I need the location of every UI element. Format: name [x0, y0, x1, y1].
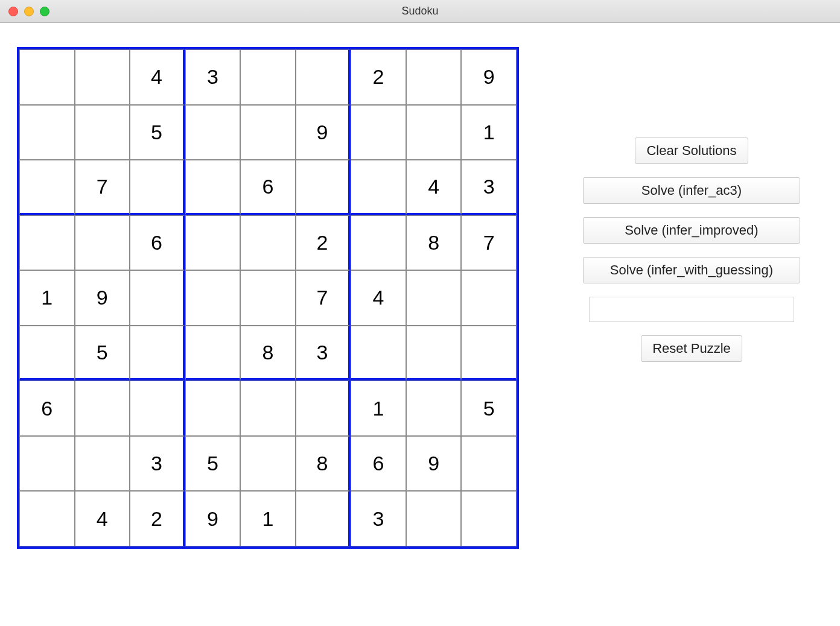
board-cell[interactable] [296, 160, 351, 215]
board-cell[interactable] [296, 491, 351, 546]
board-cell[interactable] [461, 491, 517, 546]
board-cell[interactable] [461, 270, 517, 326]
board-cell[interactable]: 2 [296, 215, 351, 271]
board-cell[interactable]: 6 [19, 381, 75, 436]
board-cell[interactable]: 8 [296, 436, 351, 492]
board-cell[interactable]: 2 [351, 49, 406, 105]
board-cell[interactable] [406, 326, 462, 381]
board-cell[interactable] [351, 105, 406, 160]
board-cell[interactable]: 5 [130, 105, 185, 160]
board-cell[interactable] [185, 326, 241, 381]
board-cell[interactable] [351, 326, 406, 381]
board-cell[interactable]: 3 [185, 49, 241, 105]
board-cell[interactable] [185, 270, 241, 326]
board-cell[interactable] [240, 381, 296, 436]
board-row: 591 [19, 105, 517, 160]
board-cell[interactable]: 9 [185, 491, 241, 546]
board-cell[interactable] [185, 105, 241, 160]
board-cell[interactable]: 3 [296, 326, 351, 381]
board-cell[interactable]: 7 [296, 270, 351, 326]
board-cell[interactable] [19, 491, 75, 546]
board-cell[interactable] [406, 381, 462, 436]
puzzle-input[interactable] [589, 297, 794, 322]
board-cell[interactable] [240, 436, 296, 492]
board-cell[interactable]: 8 [240, 326, 296, 381]
maximize-icon[interactable] [40, 7, 49, 16]
solve-ac3-button[interactable]: Solve (infer_ac3) [583, 177, 800, 204]
sudoku-board: 43295917643628719745836153586942913 [17, 47, 519, 549]
board-cell[interactable]: 4 [130, 49, 185, 105]
board-cell[interactable]: 9 [406, 436, 462, 492]
board-cell[interactable] [19, 49, 75, 105]
board-cell[interactable]: 4 [351, 270, 406, 326]
board-cell[interactable]: 6 [130, 215, 185, 271]
board-cell[interactable] [351, 160, 406, 215]
board-cell[interactable] [19, 105, 75, 160]
board-cell[interactable] [130, 270, 185, 326]
controls-sidebar: Clear Solutions Solve (infer_ac3) Solve … [519, 47, 828, 549]
board-cell[interactable] [75, 105, 130, 160]
board-cell[interactable] [75, 49, 130, 105]
board-cell[interactable]: 7 [75, 160, 130, 215]
board-cell[interactable] [461, 326, 517, 381]
board-row: 4329 [19, 49, 517, 105]
board-row: 7643 [19, 160, 517, 215]
close-icon[interactable] [8, 7, 18, 16]
board-cell[interactable] [406, 491, 462, 546]
board-cell[interactable]: 3 [461, 160, 517, 215]
board-cell[interactable]: 1 [351, 381, 406, 436]
board-cell[interactable] [19, 215, 75, 271]
board-cell[interactable]: 7 [461, 215, 517, 271]
board-row: 583 [19, 326, 517, 381]
board-cell[interactable] [130, 381, 185, 436]
board-row: 35869 [19, 436, 517, 492]
board-cell[interactable]: 4 [406, 160, 462, 215]
board-cell[interactable] [75, 215, 130, 271]
board-cell[interactable]: 5 [185, 436, 241, 492]
board-cell[interactable] [461, 436, 517, 492]
board-cell[interactable]: 2 [130, 491, 185, 546]
board-cell[interactable] [406, 49, 462, 105]
window-title: Sudoku [401, 5, 438, 17]
board-cell[interactable] [240, 215, 296, 271]
board-cell[interactable] [185, 215, 241, 271]
board-cell[interactable]: 9 [461, 49, 517, 105]
board-cell[interactable]: 5 [461, 381, 517, 436]
board-cell[interactable]: 8 [406, 215, 462, 271]
reset-puzzle-button[interactable]: Reset Puzzle [641, 335, 742, 362]
board-cell[interactable]: 3 [351, 491, 406, 546]
board-cell[interactable] [19, 436, 75, 492]
board-cell[interactable]: 5 [75, 326, 130, 381]
board-cell[interactable]: 3 [130, 436, 185, 492]
board-cell[interactable] [240, 105, 296, 160]
board-cell[interactable] [185, 381, 241, 436]
board-cell[interactable]: 1 [240, 491, 296, 546]
board-cell[interactable] [296, 49, 351, 105]
minimize-icon[interactable] [24, 7, 34, 16]
content-area: 43295917643628719745836153586942913 Clea… [0, 23, 840, 561]
board-cell[interactable]: 6 [240, 160, 296, 215]
board-cell[interactable]: 1 [19, 270, 75, 326]
board-cell[interactable] [406, 270, 462, 326]
board-cell[interactable] [130, 326, 185, 381]
board-cell[interactable]: 9 [75, 270, 130, 326]
board-cell[interactable] [75, 381, 130, 436]
board-cell[interactable] [185, 160, 241, 215]
board-cell[interactable]: 6 [351, 436, 406, 492]
clear-solutions-button[interactable]: Clear Solutions [635, 138, 748, 164]
solve-improved-button[interactable]: Solve (infer_improved) [583, 217, 800, 244]
board-cell[interactable]: 4 [75, 491, 130, 546]
board-cell[interactable] [351, 215, 406, 271]
board-cell[interactable] [19, 160, 75, 215]
board-cell[interactable] [75, 436, 130, 492]
window-controls [8, 7, 49, 16]
board-cell[interactable]: 1 [461, 105, 517, 160]
board-cell[interactable] [19, 326, 75, 381]
board-cell[interactable]: 9 [296, 105, 351, 160]
solve-guessing-button[interactable]: Solve (infer_with_guessing) [583, 257, 800, 283]
board-cell[interactable] [240, 270, 296, 326]
board-cell[interactable] [406, 105, 462, 160]
board-cell[interactable] [130, 160, 185, 215]
board-cell[interactable] [296, 381, 351, 436]
board-cell[interactable] [240, 49, 296, 105]
